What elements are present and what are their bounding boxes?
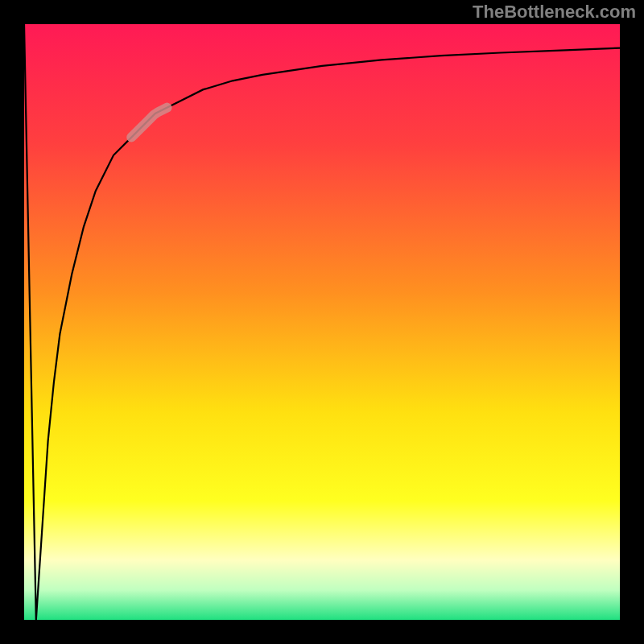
chart-plot-background <box>24 24 620 620</box>
chart-container: TheBottleneck.com <box>0 0 644 644</box>
bottleneck-chart <box>0 0 644 644</box>
watermark-label: TheBottleneck.com <box>473 2 636 23</box>
